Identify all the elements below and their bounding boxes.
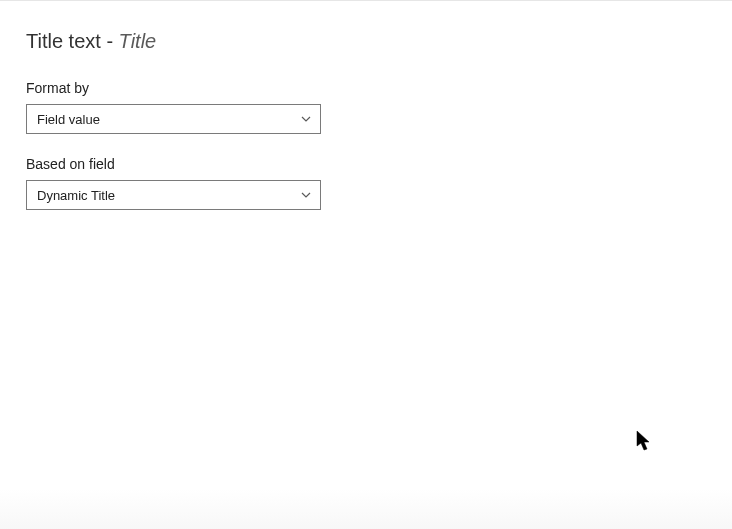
mouse-cursor-icon: [636, 430, 654, 452]
based-on-field-value: Dynamic Title: [37, 188, 115, 203]
top-divider: [0, 0, 732, 1]
based-on-field-label: Based on field: [26, 156, 706, 172]
format-by-dropdown[interactable]: Field value: [26, 104, 321, 134]
title-prefix: Title text -: [26, 30, 119, 52]
format-by-label: Format by: [26, 80, 706, 96]
based-on-field-dropdown[interactable]: Dynamic Title: [26, 180, 321, 210]
dialog-title: Title text - Title: [26, 28, 706, 54]
title-suffix: Title: [119, 30, 157, 52]
format-by-group: Format by Field value: [26, 80, 706, 134]
chevron-down-icon: [300, 189, 312, 201]
format-by-value: Field value: [37, 112, 100, 127]
chevron-down-icon: [300, 113, 312, 125]
based-on-field-group: Based on field Dynamic Title: [26, 156, 706, 210]
bottom-gradient: [0, 489, 732, 529]
dialog-content: Title text - Title Format by Field value…: [0, 0, 732, 210]
